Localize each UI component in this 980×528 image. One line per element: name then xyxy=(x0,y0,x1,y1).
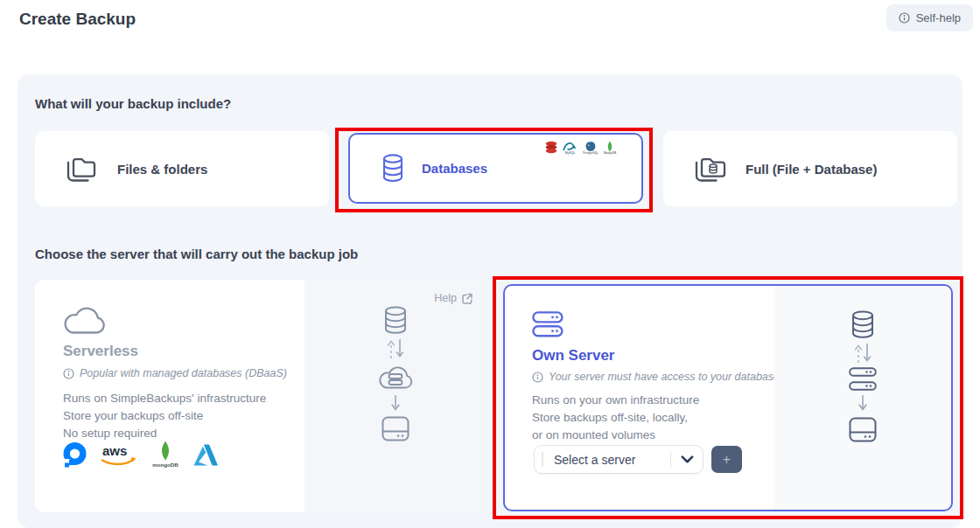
own-server-features: Runs on your own infrastructure Store ba… xyxy=(532,392,699,444)
azure-logo-icon xyxy=(192,443,220,467)
svg-text:mongoDB: mongoDB xyxy=(152,462,178,468)
serverless-title: Serverless xyxy=(63,343,138,360)
aws-logo-icon: aws xyxy=(100,443,138,467)
server-section-heading: Choose the server that will carry out th… xyxy=(35,247,358,261)
feature-line: Runs on your own infrastructure xyxy=(532,392,699,409)
server-stack-icon xyxy=(532,311,564,337)
plus-label: + xyxy=(723,452,731,468)
svg-text:aws: aws xyxy=(102,443,127,458)
postgresql-logo-icon: PostgreSQL xyxy=(583,141,598,155)
option-own-server[interactable]: Own Server Your server must have access … xyxy=(503,284,953,511)
info-icon xyxy=(532,372,543,383)
serverless-diagram-panel: Help xyxy=(304,280,486,512)
sync-arrows-icon xyxy=(383,337,408,360)
feature-line: Runs on SimpleBackups' infrastructure xyxy=(63,390,266,407)
own-server-note: Your server must have access to your dat… xyxy=(532,371,783,383)
self-help-label: Self-help xyxy=(916,11,961,24)
digitalocean-logo-icon xyxy=(61,441,88,469)
redis-logo-icon xyxy=(545,141,557,154)
option-serverless[interactable]: Serverless Popular with managed database… xyxy=(35,280,486,512)
option-databases[interactable]: Databases MySQL PostgreSQL xyxy=(348,133,643,204)
own-server-flow-diagram xyxy=(774,310,951,442)
help-label: Help xyxy=(434,292,457,304)
arrow-down-icon xyxy=(858,393,868,414)
arrow-down-icon xyxy=(390,394,401,413)
serverless-note-text: Popular with managed databases (DBaaS) xyxy=(80,367,287,379)
serverless-flow-diagram xyxy=(304,306,486,441)
serverless-features: Runs on SimpleBackups' infrastructure St… xyxy=(63,390,266,442)
provider-logos: aws mongoDB xyxy=(61,441,220,469)
svg-text:PostgreSQL: PostgreSQL xyxy=(583,151,598,155)
storage-box-icon xyxy=(382,416,410,441)
database-icon xyxy=(382,154,404,183)
option-full[interactable]: Full (File + Database) xyxy=(663,131,957,206)
self-help-button[interactable]: Self-help xyxy=(886,4,973,31)
chevron-down-icon xyxy=(681,455,694,463)
option-files-folders[interactable]: Files & folders xyxy=(35,131,329,206)
feature-line: Store your backups off-site xyxy=(63,407,266,425)
storage-box-icon xyxy=(849,417,877,442)
db-engine-logos: MySQL PostgreSQL MongoDB xyxy=(545,141,617,155)
help-link[interactable]: Help xyxy=(434,292,472,304)
select-accent-bar xyxy=(542,452,543,467)
include-section-heading: What will your backup include? xyxy=(35,96,231,111)
svg-text:MySQL: MySQL xyxy=(565,151,576,155)
svg-text:MongoDB: MongoDB xyxy=(604,151,617,155)
option-label: Files & folders xyxy=(117,162,207,177)
own-server-diagram-panel xyxy=(774,286,951,510)
folders-icon xyxy=(65,156,98,183)
serverless-note: Popular with managed databases (DBaaS) xyxy=(63,367,287,379)
mongodb-logo-icon: mongoDB xyxy=(150,441,181,469)
mysql-logo-icon: MySQL xyxy=(562,141,578,155)
own-server-note-text: Your server must have access to your dat… xyxy=(549,371,783,383)
select-placeholder: Select a server xyxy=(554,453,635,467)
add-server-button[interactable]: + xyxy=(711,446,742,473)
page-title: Create Backup xyxy=(19,10,136,29)
folder-database-icon xyxy=(693,156,728,183)
server-select[interactable]: Select a server xyxy=(534,445,704,474)
server-bars-icon xyxy=(849,367,877,391)
info-icon xyxy=(63,368,74,379)
sync-arrows-icon xyxy=(850,342,875,365)
cloud-server-icon xyxy=(376,363,415,392)
own-server-title: Own Server xyxy=(532,347,615,365)
info-icon xyxy=(899,12,910,24)
mongodb-logo-icon: MongoDB xyxy=(603,141,617,155)
external-link-icon xyxy=(461,293,472,304)
feature-line: or on mounted volumes xyxy=(532,427,699,444)
option-label: Databases xyxy=(422,161,487,176)
option-label: Full (File + Database) xyxy=(746,162,877,177)
cloud-icon xyxy=(61,306,108,337)
backup-wizard-panel: What will your backup include? Files & f… xyxy=(18,74,962,528)
feature-line: No setup required xyxy=(63,425,266,442)
create-backup-screen: Create Backup Self-help What will your b… xyxy=(0,0,980,528)
database-icon xyxy=(850,310,876,339)
feature-line: Store backups off-site, locally, xyxy=(532,409,699,427)
database-icon xyxy=(382,306,409,335)
